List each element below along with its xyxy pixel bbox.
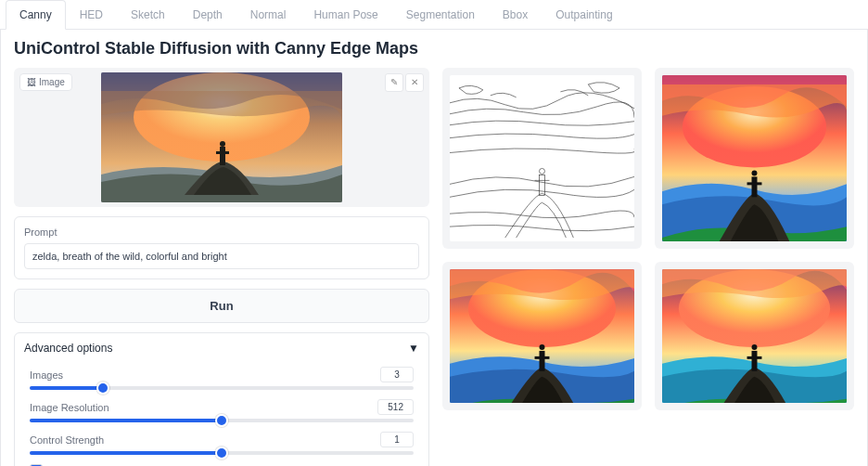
output-image-1[interactable] xyxy=(655,68,854,249)
image-tag-label: Image xyxy=(39,77,65,87)
tab-bbox[interactable]: Bbox xyxy=(489,0,542,30)
tab-segmentation[interactable]: Segmentation xyxy=(392,0,489,30)
prompt-label: Prompt xyxy=(24,227,419,238)
tab-normal[interactable]: Normal xyxy=(236,0,300,30)
tab-depth[interactable]: Depth xyxy=(179,0,236,30)
svg-point-21 xyxy=(752,344,758,350)
run-button[interactable]: Run xyxy=(14,289,429,323)
clear-image-button[interactable]: ✕ xyxy=(405,73,424,92)
slider-value[interactable]: 512 xyxy=(377,399,414,415)
slider-track[interactable] xyxy=(30,451,414,455)
advanced-body: Images3Image Resolution512Control Streng… xyxy=(15,363,428,466)
svg-rect-2 xyxy=(220,147,225,165)
edit-image-button[interactable]: ✎ xyxy=(385,73,403,92)
input-image-preview xyxy=(101,72,342,202)
prompt-card: Prompt xyxy=(14,216,429,279)
tab-human-pose[interactable]: Human Pose xyxy=(300,0,391,30)
output-edge-map[interactable] xyxy=(442,68,642,249)
tab-hed[interactable]: HED xyxy=(66,0,117,30)
slider-label: Image Resolution xyxy=(30,402,109,413)
advanced-options: Advanced options ▼ Images3Image Resoluti… xyxy=(14,332,429,466)
chevron-down-icon: ▼ xyxy=(408,342,419,355)
slider-thumb[interactable] xyxy=(215,447,228,460)
svg-rect-20 xyxy=(752,351,758,371)
svg-point-11 xyxy=(752,170,758,175)
slider-image-resolution: Image Resolution512 xyxy=(30,399,414,422)
slider-control-strength: Control Strength1 xyxy=(30,432,414,455)
slider-track[interactable] xyxy=(30,386,414,390)
output-image-2[interactable] xyxy=(442,262,642,410)
svg-point-3 xyxy=(220,141,225,147)
svg-point-16 xyxy=(540,344,545,350)
slider-images: Images3 xyxy=(30,367,414,390)
slider-value[interactable]: 3 xyxy=(380,367,414,382)
advanced-title: Advanced options xyxy=(24,342,112,355)
tab-bar: CannyHEDSketchDepthNormalHuman PoseSegme… xyxy=(0,0,868,30)
svg-rect-10 xyxy=(752,176,758,197)
output-grid xyxy=(442,68,854,410)
svg-rect-12 xyxy=(747,182,762,185)
page-title: UniControl Stable Diffusion with Canny E… xyxy=(14,30,854,68)
svg-rect-17 xyxy=(535,356,550,359)
svg-rect-5 xyxy=(450,75,634,241)
slider-thumb[interactable] xyxy=(215,414,228,427)
advanced-toggle[interactable]: Advanced options ▼ xyxy=(15,333,428,363)
input-image-panel[interactable]: 🖼 Image ✎ ✕ xyxy=(14,68,429,207)
slider-track[interactable] xyxy=(30,419,414,422)
svg-rect-15 xyxy=(540,351,545,371)
prompt-input[interactable] xyxy=(24,243,419,269)
svg-rect-4 xyxy=(216,151,229,154)
slider-thumb[interactable] xyxy=(96,382,109,395)
output-image-3[interactable] xyxy=(655,262,854,410)
slider-value[interactable]: 1 xyxy=(380,432,414,447)
tab-outpainting[interactable]: Outpainting xyxy=(542,0,626,30)
image-tag: 🖼 Image xyxy=(19,73,72,91)
slider-label: Images xyxy=(30,369,63,381)
slider-label: Control Strength xyxy=(30,434,104,446)
tab-sketch[interactable]: Sketch xyxy=(117,0,179,30)
tab-canny[interactable]: Canny xyxy=(6,0,66,30)
image-icon: 🖼 xyxy=(27,77,36,87)
svg-rect-22 xyxy=(747,356,762,359)
